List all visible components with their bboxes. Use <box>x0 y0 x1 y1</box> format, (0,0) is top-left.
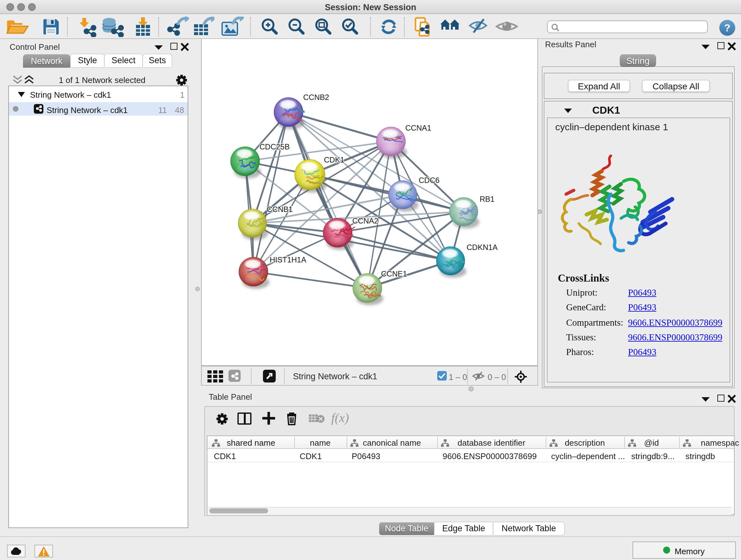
svg-text:CCNB2: CCNB2 <box>303 93 329 102</box>
svg-text:?: ? <box>724 22 731 34</box>
svg-text:CCNB1: CCNB1 <box>267 205 293 213</box>
svg-text:CDC25B: CDC25B <box>259 142 290 151</box>
svg-text:CCNE1: CCNE1 <box>381 269 407 278</box>
svg-text:HIST1H1A: HIST1H1A <box>270 255 307 264</box>
svg-text:CDC6: CDC6 <box>419 176 440 185</box>
svg-text:CDK1: CDK1 <box>324 155 344 164</box>
svg-text:RB1: RB1 <box>480 195 495 203</box>
svg-text:CCNA2: CCNA2 <box>352 216 378 225</box>
svg-text:CCNA1: CCNA1 <box>405 124 431 132</box>
svg-text:CDKN1A: CDKN1A <box>467 243 497 252</box>
